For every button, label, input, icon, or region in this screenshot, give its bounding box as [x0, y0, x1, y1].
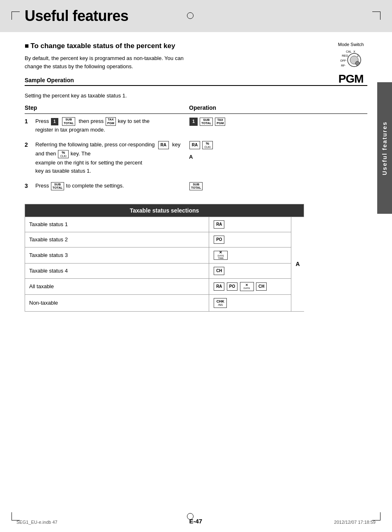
section-desc: By default, the percent key is programme… [25, 54, 238, 70]
step-row-3: 3 Press SUBTOTAL to complete the setting… [25, 178, 367, 194]
taxable-row-all: All taxable RA PO ✕DATE CH [25, 278, 304, 294]
op-key-1-num: 1 [189, 118, 198, 126]
key-po: PO [214, 236, 224, 244]
key-ra-inline: RA [158, 141, 169, 149]
op-key-tax: TAXPGM [215, 118, 225, 126]
taxable-row-4: Taxable status 4 CH [25, 263, 304, 278]
mode-switch-diagram: CAL X Z REG OFF· RF· [334, 49, 367, 72]
taxable-label-1: Taxable status 1 [25, 217, 209, 232]
svg-text:REG: REG [342, 54, 348, 57]
key-po-all: PO [227, 282, 238, 291]
taxable-key-non: CHK/NS [209, 294, 291, 311]
taxable-row-1: Taxable status 1 RA A [25, 217, 304, 232]
op-col-header: Operation [181, 103, 367, 114]
step-num-1: 1 [25, 114, 33, 137]
center-mark-top [187, 12, 194, 19]
taxable-label-4: Taxable status 4 [25, 263, 209, 278]
taxable-table-header: Taxable status selections [25, 204, 304, 217]
taxable-key-all: RA PO ✕DATE CH [209, 278, 291, 294]
key-clki-inline: %CLKi [58, 150, 69, 158]
op-col-2: RA %CLKi A [189, 141, 367, 161]
key-x-date: ✕DATETIME [214, 251, 228, 260]
key-tax-pgm: TAXPGM [106, 117, 116, 126]
taxable-label-3: Taxable status 3 [25, 247, 209, 263]
svg-text:RF·: RF· [341, 64, 346, 67]
op-key-ra: RA [189, 141, 200, 149]
key-chk-ns: CHK/NS [214, 298, 227, 308]
op-key-sub: SUBTOTAL [200, 118, 213, 126]
key-ch-all: CH [256, 282, 267, 291]
taxable-label-all: All taxable [25, 278, 209, 294]
svg-point-8 [355, 61, 360, 65]
taxable-row-2: Taxable status 2 PO [25, 232, 304, 247]
op-row-1: 1 SUBTOTAL TAXPGM [189, 117, 367, 126]
crop-mark-tr [372, 12, 380, 20]
key-ra-1: RA [214, 220, 224, 229]
step-text-2: Referring the following table, press cor… [33, 137, 181, 178]
op-key-sub-3: SUBTOTAL [189, 182, 203, 191]
key-1: 1 [51, 118, 58, 125]
crop-mark-tl [12, 12, 20, 20]
op-key-clki: %CLKi [202, 141, 213, 149]
taxable-status-table: Taxable status selections Taxable status… [25, 204, 304, 312]
step-op-1: 1 SUBTOTAL TAXPGM [181, 114, 367, 137]
step-op-2: RA %CLKi A [181, 137, 367, 178]
main-content: Mode Switch CAL X Z REG OFF· RF· PGM To … [0, 32, 392, 336]
op-a-label: A [189, 153, 367, 161]
taxable-key-4: CH [209, 263, 291, 278]
taxable-label-non: Non-taxable [25, 294, 209, 311]
page-number: E-47 [189, 518, 203, 525]
step-text-1: Press 1 SUBTOTAL then press TAXPGM key t… [33, 114, 181, 137]
page-title: Useful features [25, 7, 376, 25]
step-row-1: 1 Press 1 SUBTOTAL then press TAXPGM key… [25, 114, 367, 137]
taxable-key-2: PO [209, 232, 291, 247]
a-col: A [291, 217, 304, 311]
step-row-2: 2 Referring the following table, press c… [25, 137, 367, 178]
key-sub-total: SUBTOTAL [62, 117, 75, 126]
svg-text:CAL: CAL [346, 50, 352, 53]
key-x-date-all: ✕DATE [240, 282, 254, 291]
taxable-row-non: Non-taxable CHK/NS [25, 294, 304, 311]
op-row-2a: RA %CLKi [189, 141, 367, 150]
key-ch: CH [214, 267, 224, 275]
page-footer: SEG1_EU-e.indb 47 E-47 2012/12/07 17:18:… [0, 518, 392, 525]
footer-left: SEG1_EU-e.indb 47 [16, 520, 58, 525]
step-op-3: SUBTOTAL [181, 178, 367, 194]
key-sub-total-3: SUBTOTAL [51, 182, 64, 191]
step-text-3: Press SUBTOTAL to complete the settings. [33, 178, 181, 194]
svg-text:X: X [353, 50, 355, 53]
setting-desc: Setting the percent key as taxable statu… [25, 93, 367, 99]
page-header: Useful features [0, 0, 392, 32]
svg-text:OFF·: OFF· [340, 59, 347, 62]
step-col-header: Step [25, 103, 181, 114]
mode-switch-box: Mode Switch CAL X Z REG OFF· RF· PGM [334, 42, 367, 85]
step-num-3: 3 [25, 178, 33, 194]
footer-right: 2012/12/07 17:18:59 [334, 520, 376, 525]
taxable-key-3: ✕DATETIME [209, 247, 291, 263]
section-title: To change taxable status of the percent … [25, 42, 367, 50]
pgm-label: PGM [334, 73, 367, 85]
step-num-2: 2 [25, 137, 33, 178]
taxable-label-2: Taxable status 2 [25, 232, 209, 247]
key-ra-all: RA [214, 282, 224, 291]
sample-operation-header: Sample Operation [25, 77, 367, 86]
steps-table: Step Operation 1 Press 1 SUBTOTAL then p… [25, 103, 367, 194]
mode-switch-label: Mode Switch [334, 42, 367, 47]
taxable-row-3: Taxable status 3 ✕DATETIME [25, 247, 304, 263]
taxable-key-1: RA [209, 217, 291, 232]
